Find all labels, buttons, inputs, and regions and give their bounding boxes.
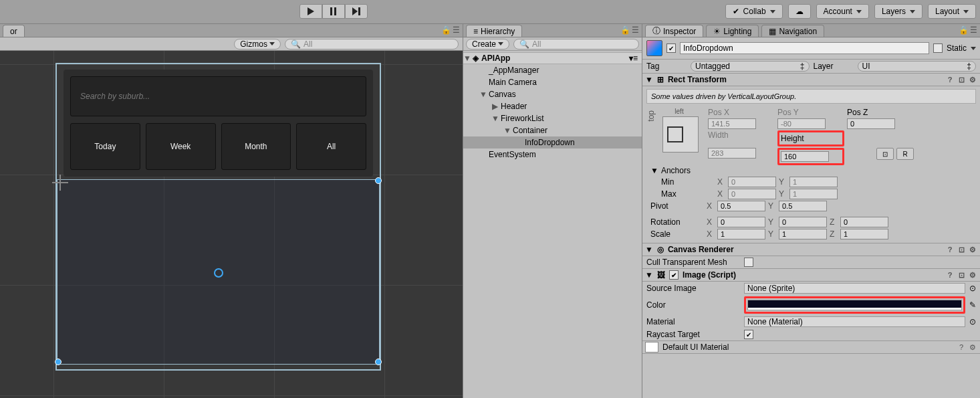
scl-z[interactable] [840, 229, 888, 239]
anchor-min-y[interactable] [789, 177, 838, 187]
image-component-header[interactable]: ▼ 🖼 ✔ Image (Script) ?⊡⚙ [642, 268, 980, 282]
help-icon[interactable]: ? [945, 270, 955, 280]
blueprint-button[interactable]: ⊡ [876, 148, 894, 160]
lock-icon[interactable]: 🔒 [620, 25, 630, 35]
rect-transform-header[interactable]: ▼ ⊞ Rect Transform ?⊡⚙ [642, 73, 980, 86]
width-field[interactable] [708, 148, 756, 159]
material-field[interactable]: None (Material) [744, 316, 965, 327]
panel-menu-icon[interactable]: ☰ [453, 25, 460, 35]
pivot-x[interactable] [717, 201, 765, 211]
posz-field[interactable] [847, 118, 895, 129]
pivot-handle[interactable] [214, 268, 223, 278]
tag-dropdown[interactable]: Untagged‡ [691, 61, 810, 72]
preset-icon[interactable]: ⊡ [957, 75, 966, 84]
expand-toggle[interactable]: ▼ [645, 270, 653, 280]
layout-dropdown[interactable]: Layout [928, 4, 976, 19]
create-dropdown[interactable]: Create [466, 39, 509, 49]
preset-icon[interactable]: ⊡ [957, 245, 966, 254]
collab-dropdown[interactable]: ✔Collab [725, 4, 783, 19]
anchor-handle[interactable] [51, 174, 69, 191]
hierarchy-tab[interactable]: ≡Hierarchy [466, 25, 522, 37]
help-icon[interactable]: ? [957, 342, 966, 352]
component-enable-checkbox[interactable]: ✔ [669, 270, 679, 280]
scl-y[interactable] [779, 229, 827, 239]
account-dropdown[interactable]: Account [816, 4, 869, 19]
scene-search[interactable]: 🔍All [285, 39, 459, 49]
static-checkbox[interactable] [933, 43, 943, 53]
rot-z[interactable] [840, 217, 888, 227]
gizmos-dropdown[interactable]: Gizmos [234, 39, 281, 49]
default-material-header[interactable]: Default UI Material ?⚙ [642, 340, 980, 354]
static-dropdown[interactable] [971, 47, 976, 50]
hierarchy-search[interactable]: 🔍All [513, 39, 639, 49]
hierarchy-item[interactable]: ▼FireworkList [463, 112, 642, 124]
posy-field[interactable] [777, 118, 826, 129]
expand-toggle[interactable]: ▼ [479, 90, 486, 99]
inspector-tab[interactable]: ⓘInspector [645, 25, 703, 37]
cull-checkbox[interactable] [744, 258, 753, 267]
layer-dropdown[interactable]: UI‡ [858, 61, 977, 72]
play-button[interactable] [299, 4, 322, 19]
hierarchy-item[interactable]: Main Camera [463, 76, 642, 88]
lock-icon[interactable]: 🔒 [959, 25, 969, 35]
anchors-header[interactable]: ▼Anchors [646, 165, 976, 176]
hierarchy-item[interactable]: EventSystem [463, 148, 642, 161]
hierarchy-item[interactable]: ▼Container [463, 124, 642, 136]
resize-handle-br[interactable] [375, 359, 382, 365]
gameobject-icon[interactable] [646, 40, 662, 56]
color-field[interactable] [747, 300, 962, 310]
height-field[interactable] [781, 151, 829, 162]
gear-icon[interactable]: ⚙ [968, 75, 977, 84]
gear-icon[interactable]: ⚙ [968, 270, 977, 280]
hierarchy-item[interactable]: ▼Canvas [463, 88, 642, 100]
preset-icon[interactable]: ⊡ [957, 270, 966, 280]
object-picker-icon[interactable]: ⊙ [969, 284, 976, 293]
help-icon[interactable]: ? [945, 245, 955, 254]
expand-toggle[interactable]: ▼ [645, 245, 653, 254]
hierarchy-item[interactable]: _AppManager [463, 64, 642, 76]
step-button[interactable] [345, 4, 368, 19]
layers-dropdown[interactable]: Layers [874, 4, 923, 19]
raycast-checkbox[interactable]: ✔ [744, 330, 753, 339]
eyedropper-icon[interactable]: ✎ [969, 300, 976, 310]
object-picker-icon[interactable]: ⊙ [969, 317, 976, 326]
anchor-min-x[interactable] [728, 177, 776, 187]
source-image-field[interactable]: None (Sprite) [744, 283, 965, 294]
anchor-max-y[interactable] [789, 189, 838, 199]
expand-toggle[interactable]: ▼ [491, 114, 498, 123]
cloud-button[interactable]: ☁ [788, 4, 811, 19]
expand-toggle[interactable]: ▼ [645, 75, 653, 84]
panel-menu-icon[interactable]: ☰ [970, 25, 977, 35]
posx-field[interactable] [708, 118, 756, 129]
expand-toggle[interactable]: ▼ [650, 166, 658, 175]
resize-handle-bl[interactable] [55, 359, 62, 365]
navigation-tab[interactable]: ▦Navigation [761, 25, 824, 37]
panel-menu-icon[interactable]: ☰ [632, 25, 639, 35]
help-icon[interactable]: ? [945, 75, 955, 84]
hierarchy-item[interactable]: ▶Header [463, 100, 642, 112]
canvas-renderer-header[interactable]: ▼ ◎ Canvas Renderer ?⊡⚙ [642, 243, 980, 256]
lock-icon[interactable]: 🔒 [441, 25, 451, 35]
gear-icon[interactable]: ⚙ [968, 245, 977, 254]
scene-header[interactable]: ▼ ◈ APIApp ▾≡ [463, 52, 642, 64]
expand-toggle[interactable]: ▼ [503, 126, 510, 135]
scene-view[interactable]: Search by suburb... Today Week Month All [0, 51, 463, 398]
anchor-max-x[interactable] [728, 189, 776, 199]
scl-x[interactable] [717, 229, 765, 239]
pivot-y[interactable] [779, 201, 827, 211]
object-name-field[interactable] [680, 42, 929, 54]
scene-menu-icon[interactable]: ▾≡ [629, 54, 638, 63]
hierarchy-item[interactable]: InfoDropdown [463, 136, 642, 148]
anchor-preset-button[interactable] [662, 116, 699, 153]
expand-toggle[interactable]: ▼ [463, 54, 470, 63]
active-checkbox[interactable]: ✔ [666, 43, 676, 53]
scene-tab[interactable]: or [3, 25, 25, 37]
lighting-tab[interactable]: ☀Lighting [706, 25, 759, 37]
resize-handle-tr[interactable] [375, 177, 382, 184]
pause-button[interactable] [322, 4, 345, 19]
rot-y[interactable] [779, 217, 827, 227]
rot-x[interactable] [717, 217, 765, 227]
raw-edit-button[interactable]: R [896, 148, 914, 160]
expand-toggle[interactable]: ▶ [491, 102, 498, 111]
gear-icon[interactable]: ⚙ [968, 342, 977, 352]
